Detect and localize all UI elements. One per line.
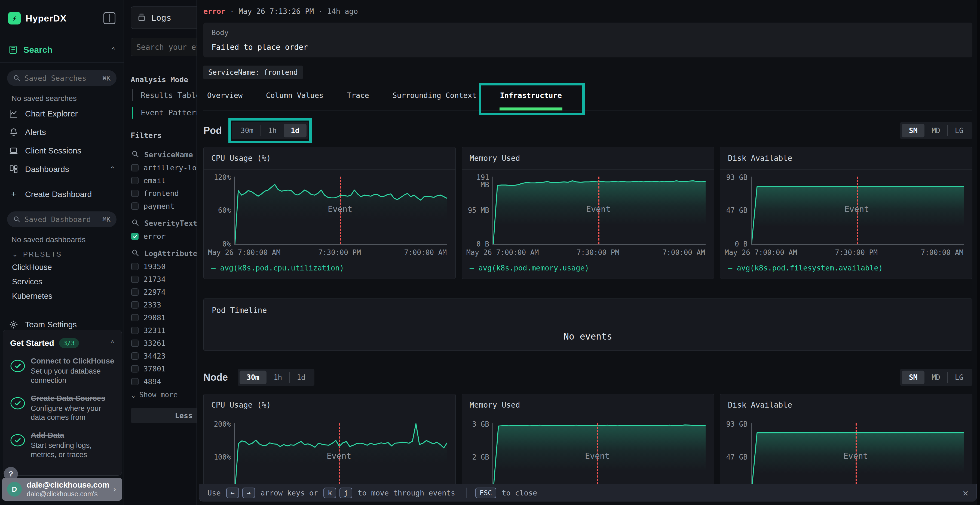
chart-plot-area: Event bbox=[751, 176, 964, 245]
pod-size-sm[interactable]: SM bbox=[902, 124, 924, 137]
k-key: k bbox=[323, 488, 336, 498]
checkbox[interactable] bbox=[131, 301, 138, 308]
node-chart-size-toggle: SMMDLG bbox=[900, 369, 972, 386]
chart-plot-area: Event bbox=[234, 423, 447, 491]
node-size-sm[interactable]: SM bbox=[902, 371, 924, 384]
sidebar-item-search[interactable]: Search ⌃ bbox=[0, 37, 124, 63]
x-tick-label: 7:30:00 PM bbox=[577, 248, 619, 257]
chevron-up-icon[interactable]: ⌃ bbox=[110, 339, 115, 347]
sidebar-preset-services[interactable]: Services bbox=[0, 275, 124, 289]
user-email: dale@clickhouse.com bbox=[27, 481, 110, 489]
checkbox[interactable] bbox=[131, 314, 138, 321]
tab-overview[interactable]: Overview bbox=[207, 91, 243, 100]
pod-size-md[interactable]: MD bbox=[924, 124, 947, 137]
divider bbox=[466, 488, 466, 498]
get-started-item-2[interactable]: Create Data SourcesConfigure where your … bbox=[10, 394, 115, 422]
chevron-up-icon[interactable]: ⌃ bbox=[111, 46, 115, 54]
mode-indicator bbox=[132, 89, 133, 101]
pod-charts-row: CPU Usage (%)120%60%0%EventMay 26 7:00:0… bbox=[204, 147, 972, 279]
y-tick-label: 0 B bbox=[476, 241, 489, 248]
sidebar-preset-clickhouse[interactable]: ClickHouse bbox=[0, 260, 124, 275]
checkbox[interactable] bbox=[131, 202, 138, 210]
sidebar-item-client-sessions[interactable]: Client Sessions bbox=[0, 141, 124, 160]
y-tick-label: 93 GB bbox=[726, 174, 748, 181]
sidebar-item-chart-explorer[interactable]: Chart Explorer bbox=[0, 105, 124, 123]
collapse-sidebar-icon[interactable] bbox=[103, 12, 115, 24]
node-range-30m[interactable]: 30m bbox=[240, 371, 267, 384]
tab-infrastructure[interactable]: Infrastructure bbox=[500, 91, 562, 100]
x-tick-label: 7:30:00 PM bbox=[318, 248, 361, 257]
sidebar-item-alerts[interactable]: Alerts bbox=[0, 123, 124, 141]
saved-dashboards-field[interactable] bbox=[24, 215, 90, 224]
y-tick-label: 60% bbox=[218, 207, 231, 214]
x-axis-labels: May 26 7:00:00 AM7:30:00 PM7:00:00 AM bbox=[466, 248, 706, 260]
checkbox[interactable] bbox=[131, 177, 138, 184]
body-card: Body Failed to place order bbox=[204, 22, 972, 57]
pod-size-lg[interactable]: LG bbox=[948, 124, 970, 137]
y-tick-label: 200% bbox=[214, 421, 231, 428]
chart-title: Disk Available bbox=[728, 400, 792, 410]
logs-source-icon bbox=[137, 13, 146, 22]
search-icon bbox=[131, 150, 139, 159]
chart-header: Memory Used bbox=[462, 394, 714, 416]
checkbox[interactable] bbox=[131, 164, 138, 172]
footer-move-text: to move through events bbox=[358, 489, 455, 497]
pod-cpu-chart-card: CPU Usage (%)120%60%0%EventMay 26 7:00:0… bbox=[204, 147, 456, 279]
node-range-1h[interactable]: 1h bbox=[267, 371, 289, 384]
hyperdx-logo-icon: ⚡ bbox=[8, 12, 21, 24]
create-dashboard-button[interactable]: + Create Dashboard bbox=[0, 182, 124, 204]
presets-toggle[interactable]: ⌄ PRESETS bbox=[0, 246, 124, 260]
filter-group-label: ServiceName bbox=[144, 151, 193, 159]
node-size-lg[interactable]: LG bbox=[948, 371, 970, 384]
get-started-item-1[interactable]: Connect to ClickHouseSet up your databas… bbox=[10, 356, 115, 385]
sidebar-search-label: Search bbox=[24, 45, 52, 55]
checkbox-checked[interactable] bbox=[131, 233, 138, 240]
chart-header: Memory Used bbox=[462, 147, 714, 170]
x-tick-label: 7:30:00 PM bbox=[835, 248, 878, 257]
checkbox[interactable] bbox=[131, 190, 138, 197]
checkbox[interactable] bbox=[131, 353, 138, 360]
y-axis-labels: 93 GB47 GB bbox=[725, 423, 751, 491]
checkbox[interactable] bbox=[131, 340, 138, 347]
service-name-chip[interactable]: ServiceName: frontend bbox=[204, 65, 303, 79]
sidebar-item-dashboards[interactable]: Dashboards ⌃ bbox=[0, 160, 124, 178]
saved-dashboards-input[interactable]: ⌘K bbox=[7, 211, 116, 227]
chevron-down-icon: ⌄ bbox=[12, 250, 19, 259]
close-icon[interactable]: ✕ bbox=[963, 487, 968, 498]
node-memory-chart-card: Memory Used3 GB2 GBEvent bbox=[462, 394, 714, 498]
search-section-icon bbox=[8, 44, 18, 55]
checkbox[interactable] bbox=[131, 288, 138, 296]
user-subtitle: dale@clickhouse.com's bbox=[27, 490, 110, 498]
right-arrow-key: → bbox=[242, 488, 255, 498]
laptop-icon bbox=[8, 146, 19, 156]
body-label: Body bbox=[212, 29, 964, 37]
tab-column-values[interactable]: Column Values bbox=[266, 91, 323, 100]
get-started-item-desc: Start sending logs, metrics, or traces bbox=[31, 441, 115, 460]
checkbox[interactable] bbox=[131, 263, 138, 270]
pod-chart-size-toggle: SMMDLG bbox=[900, 122, 972, 139]
tab-surrounding-context[interactable]: Surrounding Context bbox=[393, 91, 477, 100]
y-tick-label: 2 GB bbox=[472, 454, 489, 461]
checkbox[interactable] bbox=[131, 276, 138, 283]
checkbox[interactable] bbox=[131, 365, 138, 373]
user-account-bar[interactable]: D dale@clickhouse.com dale@clickhouse.co… bbox=[2, 478, 122, 501]
checkbox[interactable] bbox=[131, 378, 138, 385]
filter-option-label: frontend bbox=[143, 189, 179, 197]
chevron-up-icon[interactable]: ⌃ bbox=[110, 165, 115, 173]
footer-use-text: Use bbox=[207, 489, 221, 497]
event-navigation-footer: Use ← → arrow keys or k j to move throug… bbox=[199, 484, 977, 502]
pod-section-header: Pod 30m1h1d SMMDLG bbox=[204, 122, 972, 139]
node-range-1d[interactable]: 1d bbox=[290, 371, 312, 384]
checkbox[interactable] bbox=[131, 327, 138, 334]
filter-option-label: email bbox=[143, 176, 165, 185]
sidebar-preset-kubernetes[interactable]: Kubernetes bbox=[0, 289, 124, 303]
scrollbar-track[interactable] bbox=[977, 0, 980, 505]
get-started-item-3[interactable]: Add DataStart sending logs, metrics, or … bbox=[10, 430, 115, 460]
saved-searches-field[interactable] bbox=[24, 74, 90, 83]
filter-group-label: LogAttributes bbox=[144, 249, 202, 258]
node-size-md[interactable]: MD bbox=[924, 371, 947, 384]
event-marker-line bbox=[597, 423, 598, 491]
chart-title: Memory Used bbox=[469, 154, 520, 163]
tab-trace[interactable]: Trace bbox=[347, 91, 369, 100]
saved-searches-input[interactable]: ⌘K bbox=[7, 70, 116, 86]
